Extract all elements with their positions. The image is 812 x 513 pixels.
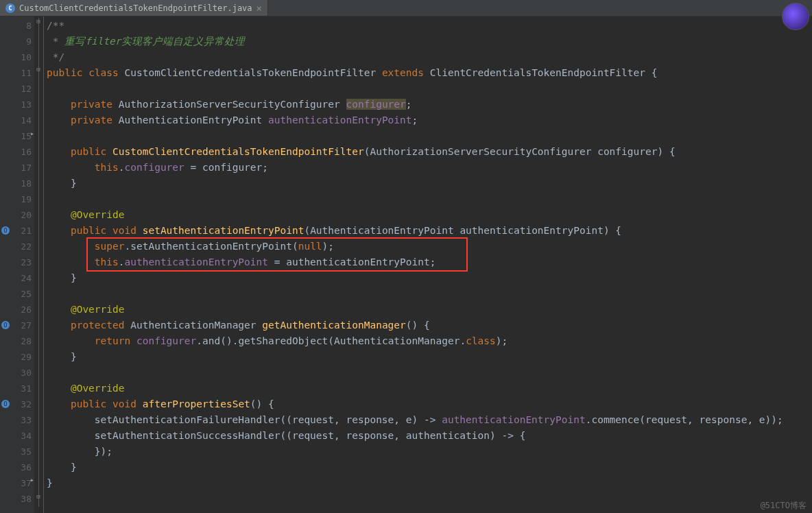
line-number: 17 xyxy=(0,160,32,176)
line-number: 20 xyxy=(0,207,32,223)
override-gutter-icon[interactable]: O xyxy=(1,321,10,329)
line-number: 24 xyxy=(0,270,32,286)
code-line[interactable] xyxy=(44,286,812,302)
code-line[interactable] xyxy=(44,191,812,207)
line-number: 30 xyxy=(0,365,32,381)
fold-toggle-icon[interactable]: ⊟ xyxy=(35,18,42,23)
code-line[interactable]: } xyxy=(44,176,812,191)
line-number: 9 xyxy=(0,34,32,49)
java-class-icon: C xyxy=(5,3,15,13)
avatar[interactable] xyxy=(782,3,809,30)
line-number: 34 xyxy=(0,428,32,444)
line-number: 29 xyxy=(0,349,32,365)
line-number: 28 xyxy=(0,333,32,349)
code-line[interactable]: private AuthenticationEntryPoint authent… xyxy=(44,112,812,128)
line-number: 32O xyxy=(0,396,32,412)
code-line[interactable]: return configurer.and().getSharedObject(… xyxy=(44,333,812,349)
line-number: 13 xyxy=(0,97,32,112)
code-line[interactable]: } xyxy=(44,475,812,491)
code-line[interactable]: setAuthenticationSuccessHandler((request… xyxy=(44,428,812,444)
code-line[interactable]: public class CustomClientCredentialsToke… xyxy=(44,65,812,81)
line-number: 37 xyxy=(0,475,32,491)
editor-area: 89101112131415161718192021O222324252627O… xyxy=(0,16,812,513)
code-line[interactable] xyxy=(44,81,812,97)
line-number: 16 xyxy=(0,144,32,160)
code-line[interactable] xyxy=(44,365,812,381)
code-line[interactable]: }); xyxy=(44,444,812,460)
tab-filename: CustomClientCredentialsTokenEndpointFilt… xyxy=(19,3,252,13)
watermark-label: @51CTO博客 xyxy=(761,500,807,512)
line-number: 36 xyxy=(0,460,32,475)
line-number: 18 xyxy=(0,176,32,191)
code-line[interactable]: @Override xyxy=(44,381,812,396)
code-line[interactable]: } xyxy=(44,270,812,286)
line-number: 38 xyxy=(0,491,32,507)
code-line[interactable]: public void afterPropertiesSet() { xyxy=(44,396,812,412)
code-line[interactable]: } xyxy=(44,349,812,365)
code-line[interactable]: protected AuthenticationManager getAuthe… xyxy=(44,318,812,333)
editor-tab[interactable]: C CustomClientCredentialsTokenEndpointFi… xyxy=(0,0,268,16)
line-number: 8 xyxy=(0,18,32,34)
override-gutter-icon[interactable]: O xyxy=(1,226,10,235)
line-number: 31 xyxy=(0,381,32,396)
tab-bar: C CustomClientCredentialsTokenEndpointFi… xyxy=(0,0,812,16)
close-icon[interactable]: × xyxy=(256,3,262,14)
code-line[interactable]: public CustomClientCredentialsTokenEndpo… xyxy=(44,144,812,160)
code-line[interactable]: } xyxy=(44,460,812,475)
code-line[interactable]: /** xyxy=(44,18,812,34)
line-number: 22 xyxy=(0,239,32,254)
fold-toggle-icon[interactable]: ⊟ xyxy=(35,493,42,499)
line-number: 23 xyxy=(0,254,32,270)
gutter-collapse-icon[interactable]: ▸ xyxy=(30,130,34,137)
line-number: 14 xyxy=(0,112,32,128)
line-number: 10 xyxy=(0,49,32,65)
code-line[interactable]: setAuthenticationFailureHandler((request… xyxy=(44,412,812,428)
code-line[interactable]: this.configurer = configurer; xyxy=(44,160,812,176)
line-number: 21O xyxy=(0,223,32,239)
highlight-annotation-box xyxy=(86,237,468,272)
line-number: 33 xyxy=(0,412,32,428)
line-number: 19 xyxy=(0,191,32,207)
code-line[interactable]: */ xyxy=(44,49,812,65)
code-line[interactable]: @Override xyxy=(44,207,812,223)
line-number: 35 xyxy=(0,444,32,460)
line-number: 12 xyxy=(0,81,32,97)
code-line[interactable] xyxy=(44,491,812,507)
code-line[interactable]: * 重写filter实现客户端自定义异常处理 xyxy=(44,34,812,49)
override-gutter-icon[interactable]: O xyxy=(1,400,10,408)
fold-toggle-icon[interactable]: ⊟ xyxy=(35,66,42,71)
line-number: 15 xyxy=(0,128,32,144)
code-line[interactable]: @Override xyxy=(44,302,812,318)
code-line[interactable] xyxy=(44,128,812,144)
fold-column[interactable]: ⊟⊟⊟ xyxy=(34,16,44,513)
gutter-collapse-icon[interactable]: ▸ xyxy=(30,476,34,484)
line-number: 25 xyxy=(0,286,32,302)
code-line[interactable]: public void setAuthenticationEntryPoint(… xyxy=(44,223,812,239)
line-number: 11 xyxy=(0,65,32,81)
line-number-gutter[interactable]: 89101112131415161718192021O222324252627O… xyxy=(0,16,34,513)
line-number: 26 xyxy=(0,302,32,318)
line-number: 27O xyxy=(0,318,32,333)
code-line[interactable]: private AuthorizationServerSecurityConfi… xyxy=(44,97,812,112)
